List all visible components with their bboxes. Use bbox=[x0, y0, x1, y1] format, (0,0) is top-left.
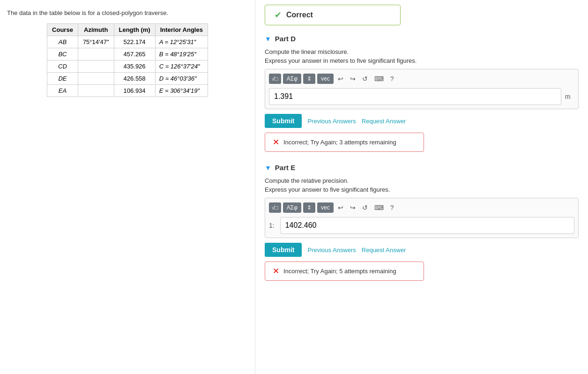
part-e-prefix: 1: bbox=[269, 222, 275, 229]
cell-length-ea: 106.934 bbox=[114, 85, 155, 97]
formula-icon: √□ bbox=[272, 75, 278, 82]
toolbar-vec-btn-d[interactable]: vec bbox=[317, 74, 334, 84]
toolbar-undo-btn-d[interactable]: ↩ bbox=[335, 73, 346, 84]
x-icon-e: ✕ bbox=[273, 267, 279, 276]
vec-label-e: vec bbox=[321, 204, 330, 211]
part-d-title: Part D bbox=[275, 35, 296, 43]
left-panel: The data in the table below is for a clo… bbox=[0, 0, 255, 374]
part-d-status-text: Incorrect; Try Again; 3 attempts remaini… bbox=[283, 139, 396, 146]
part-e-status-text: Incorrect; Try Again; 5 attempts remaini… bbox=[283, 268, 396, 275]
cell-length-cd: 435.926 bbox=[114, 60, 155, 73]
x-icon-d: ✕ bbox=[273, 138, 279, 147]
cell-course-de: DE bbox=[47, 73, 78, 85]
part-d-answer-input[interactable] bbox=[269, 88, 561, 105]
part-e-title: Part E bbox=[275, 164, 295, 172]
col-header-length: Length (m) bbox=[114, 24, 155, 36]
collapse-arrow-d[interactable]: ▼ bbox=[265, 35, 271, 43]
cell-azimuth-de bbox=[78, 73, 114, 85]
part-e-status: ✕ Incorrect; Try Again; 5 attempts remai… bbox=[265, 262, 424, 281]
part-d-answer-row: m bbox=[269, 88, 574, 105]
toolbar-reset-btn-d[interactable]: ↺ bbox=[360, 73, 370, 84]
part-e-answer-row: 1: bbox=[269, 217, 574, 234]
collapse-arrow-e[interactable]: ▼ bbox=[265, 164, 271, 172]
toolbar-updown-btn-d[interactable]: ⇕ bbox=[303, 74, 315, 84]
part-e-input-area: √□ AΣφ ⇕ vec ↩ ↪ ↺ ⌨ ? 1: bbox=[265, 198, 579, 238]
part-d-request-answer-link[interactable]: Request Answer bbox=[362, 118, 406, 125]
cell-angle-bc: B = 48°19′25″ bbox=[155, 48, 208, 60]
cell-course-ab: AB bbox=[47, 36, 78, 48]
toolbar-keyboard-btn-d[interactable]: ⌨ bbox=[372, 73, 386, 84]
part-e-submit-button[interactable]: Submit bbox=[265, 243, 302, 257]
part-d-desc1: Compute the linear misclosure. bbox=[265, 48, 579, 55]
updown-icon-e: ⇕ bbox=[307, 204, 312, 211]
cell-angle-ea: E = 306°34′19″ bbox=[155, 85, 208, 97]
part-e-toolbar: √□ AΣφ ⇕ vec ↩ ↪ ↺ ⌨ ? bbox=[269, 202, 574, 213]
checkmark-icon: ✔ bbox=[275, 10, 282, 20]
part-d-previous-answers-link[interactable]: Previous Answers bbox=[307, 118, 356, 125]
toolbar-help-btn-e[interactable]: ? bbox=[388, 202, 396, 213]
col-header-azimuth: Azimuth bbox=[78, 24, 114, 36]
data-table: Course Azimuth Length (m) Interior Angle… bbox=[47, 23, 208, 97]
cell-angle-de: D = 46°03′36″ bbox=[155, 73, 208, 85]
cell-course-bc: BC bbox=[47, 48, 78, 60]
table-row: BC 457.265 B = 48°19′25″ bbox=[47, 48, 208, 60]
cell-course-ea: EA bbox=[47, 85, 78, 97]
asf-label: AΣφ bbox=[287, 75, 298, 82]
toolbar-asf-btn-d[interactable]: AΣφ bbox=[283, 74, 301, 84]
correct-badge: ✔ Correct bbox=[265, 5, 401, 25]
cell-angle-cd: C = 126°37′24″ bbox=[155, 60, 208, 73]
toolbar-asf-btn-e[interactable]: AΣφ bbox=[283, 202, 301, 213]
part-d-submit-row: Submit Previous Answers Request Answer bbox=[265, 114, 579, 128]
col-header-angles: Interior Angles bbox=[155, 24, 208, 36]
toolbar-vec-btn-e[interactable]: vec bbox=[317, 202, 334, 213]
toolbar-updown-btn-e[interactable]: ⇕ bbox=[303, 202, 315, 213]
updown-icon: ⇕ bbox=[307, 75, 312, 82]
part-e-section: ▼ Part E Compute the relative precision.… bbox=[265, 164, 579, 281]
cell-length-ab: 522.174 bbox=[114, 36, 155, 48]
part-e-submit-row: Submit Previous Answers Request Answer bbox=[265, 243, 579, 257]
table-description: The data in the table below is for a clo… bbox=[7, 9, 248, 16]
table-row: EA 106.934 E = 306°34′19″ bbox=[47, 85, 208, 97]
cell-azimuth-cd bbox=[78, 60, 114, 73]
toolbar-redo-btn-d[interactable]: ↪ bbox=[348, 73, 358, 84]
cell-length-de: 426.558 bbox=[114, 73, 155, 85]
part-e-previous-answers-link[interactable]: Previous Answers bbox=[307, 247, 356, 254]
vec-label: vec bbox=[321, 75, 330, 82]
part-d-unit: m bbox=[565, 93, 574, 100]
toolbar-keyboard-btn-e[interactable]: ⌨ bbox=[372, 202, 386, 213]
cell-azimuth-bc bbox=[78, 48, 114, 60]
toolbar-undo-btn-e[interactable]: ↩ bbox=[335, 202, 346, 213]
formula-icon-e: √□ bbox=[272, 204, 278, 211]
asf-label-e: AΣφ bbox=[287, 204, 298, 211]
cell-angle-ab: A = 12°25′31″ bbox=[155, 36, 208, 48]
correct-label: Correct bbox=[286, 11, 313, 19]
toolbar-reset-btn-e[interactable]: ↺ bbox=[360, 202, 370, 213]
toolbar-redo-btn-e[interactable]: ↪ bbox=[348, 202, 358, 213]
col-header-course: Course bbox=[47, 24, 78, 36]
toolbar-help-btn-d[interactable]: ? bbox=[388, 73, 396, 84]
part-d-toolbar: √□ AΣφ ⇕ vec ↩ ↪ ↺ ⌨ ? bbox=[269, 73, 574, 84]
part-e-desc2: Express your answer to five significant … bbox=[265, 186, 579, 193]
part-d-submit-button[interactable]: Submit bbox=[265, 114, 302, 128]
part-e-desc1: Compute the relative precision. bbox=[265, 177, 579, 184]
cell-azimuth-ea bbox=[78, 85, 114, 97]
right-panel: ✔ Correct ▼ Part D Compute the linear mi… bbox=[255, 0, 588, 374]
part-e-request-answer-link[interactable]: Request Answer bbox=[362, 247, 406, 254]
table-row: AB 75°14′47″ 522.174 A = 12°25′31″ bbox=[47, 36, 208, 48]
toolbar-sqrt-btn-e[interactable]: √□ bbox=[269, 202, 281, 213]
table-row: DE 426.558 D = 46°03′36″ bbox=[47, 73, 208, 85]
part-d-status: ✕ Incorrect; Try Again; 3 attempts remai… bbox=[265, 133, 424, 152]
cell-azimuth-ab: 75°14′47″ bbox=[78, 36, 114, 48]
cell-length-bc: 457.265 bbox=[114, 48, 155, 60]
part-d-section: ▼ Part D Compute the linear misclosure. … bbox=[265, 35, 579, 152]
cell-course-cd: CD bbox=[47, 60, 78, 73]
toolbar-sqrt-btn-d[interactable]: √□ bbox=[269, 74, 281, 84]
part-e-answer-input[interactable] bbox=[280, 217, 574, 234]
part-d-input-area: √□ AΣφ ⇕ vec ↩ ↪ ↺ ⌨ ? m bbox=[265, 69, 579, 109]
part-d-desc2: Express your answer in meters to five si… bbox=[265, 57, 579, 64]
table-row: CD 435.926 C = 126°37′24″ bbox=[47, 60, 208, 73]
